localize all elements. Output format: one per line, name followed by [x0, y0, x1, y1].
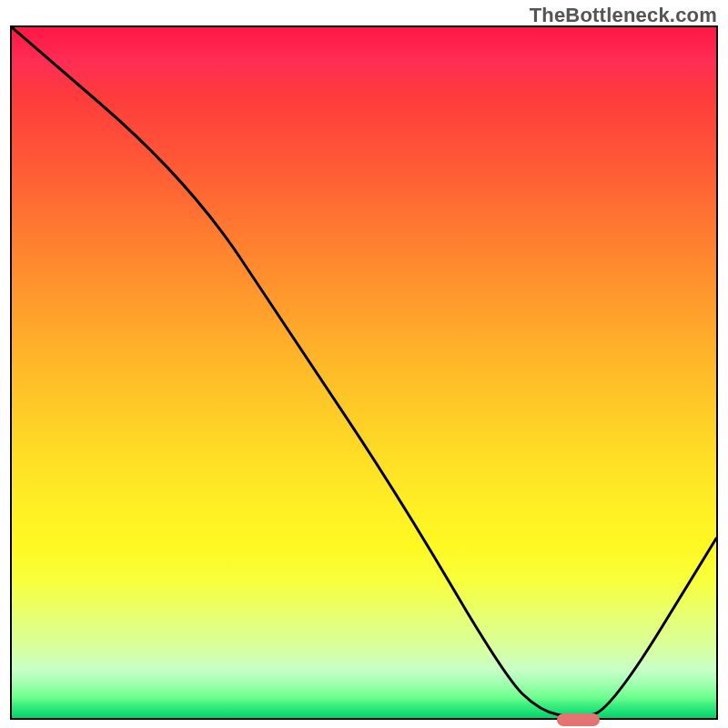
chart-marker — [557, 713, 600, 726]
chart-plot-area — [10, 25, 718, 720]
chart-series-path — [12, 27, 716, 716]
chart-line-svg — [12, 27, 716, 718]
watermark-text: TheBottleneck.com — [530, 4, 717, 27]
